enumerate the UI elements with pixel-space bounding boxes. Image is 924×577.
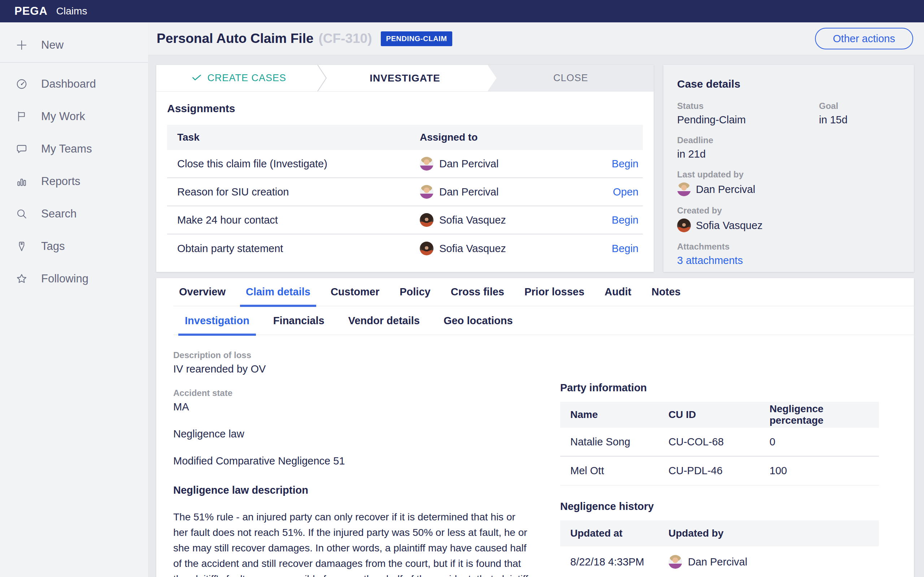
sidebar-item-my-work[interactable]: My Work [0, 100, 148, 133]
column-header-name: Name [560, 409, 669, 421]
subtab-geo-locations[interactable]: Geo locations [437, 315, 519, 335]
party-cu-id: CU-COL-68 [669, 436, 769, 448]
page-title: Personal Auto Claim File [157, 31, 313, 46]
assignment-row: Obtain party statement Sofia Vasquez Beg… [167, 234, 643, 263]
sidebar-item-label: Reports [41, 175, 81, 188]
column-header-assigned-to: Assigned to [410, 132, 589, 143]
assignments-table: Task Assigned to Close this claim file (… [167, 125, 643, 263]
flag-icon [15, 110, 28, 123]
stage-close[interactable]: CLOSE [488, 65, 654, 91]
column-header-updated-by: Updated by [669, 528, 879, 539]
subtab-financials[interactable]: Financials [267, 315, 331, 335]
investigation-panel: Description of loss IV rearended by OV A… [173, 335, 914, 577]
tab-policy[interactable]: Policy [394, 286, 436, 306]
search-icon [15, 207, 28, 220]
created-by-value: Sofia Vasquez [696, 220, 762, 232]
accident-state-value: MA [173, 401, 531, 413]
main-area: Personal Auto Claim File (CF-310) PENDIN… [148, 23, 924, 577]
pega-logo: PEGA [15, 5, 48, 18]
other-actions-button[interactable]: Other actions [815, 28, 913, 49]
description-of-loss-label: Description of loss [173, 350, 531, 360]
party-row: Natalie Song CU-COL-68 0 [560, 428, 879, 456]
negligence-history-section: Negligence history Updated at Updated by… [560, 501, 879, 577]
last-updated-by-label: Last updated by [677, 169, 819, 180]
stage-label: CLOSE [553, 73, 588, 84]
status-value: Pending-Claim [677, 114, 819, 126]
begin-link[interactable]: Begin [589, 158, 643, 170]
check-icon [192, 73, 201, 84]
case-details-heading: Case details [677, 78, 900, 90]
task-label: Reason for SIU creation [167, 186, 410, 198]
gauge-icon [15, 77, 28, 90]
begin-link[interactable]: Begin [589, 243, 643, 255]
subtab-vendor-details[interactable]: Vendor details [342, 315, 426, 335]
avatar [420, 242, 433, 255]
tab-customer[interactable]: Customer [325, 286, 385, 306]
stage-investigate[interactable]: INVESTIGATE [322, 65, 488, 91]
case-details-panel: Case details Status Pending-Claim Deadli… [663, 65, 914, 272]
avatar [677, 182, 691, 196]
chevron-separator-icon [317, 65, 327, 91]
negligence-law-description-heading: Negligence law description [173, 484, 531, 496]
subtab-investigation[interactable]: Investigation [178, 315, 256, 335]
main-tab-bar: Overview Claim details Customer Policy C… [173, 286, 914, 306]
sidebar-item-following[interactable]: Following [0, 263, 148, 295]
party-negligence: 0 [769, 436, 879, 448]
sidebar-item-label: Search [41, 207, 76, 220]
party-name: Natalie Song [560, 436, 669, 448]
negligence-law-label: Negligence law [173, 428, 531, 440]
task-label: Obtain party statement [167, 243, 410, 255]
assignment-row: Close this claim file (Investigate) Dan … [167, 150, 643, 178]
sidebar-item-tags[interactable]: Tags [0, 230, 148, 263]
created-by-label: Created by [677, 206, 819, 216]
attachments-link[interactable]: 3 attachments [677, 255, 743, 266]
assignee-name: Dan Percival [439, 186, 498, 198]
column-header-cu-id: CU ID [669, 409, 769, 421]
sidebar-item-label: New [41, 39, 63, 52]
open-link[interactable]: Open [589, 186, 643, 198]
avatar [669, 555, 682, 569]
column-header-task: Task [167, 132, 410, 143]
assignee-name: Sofia Vasquez [439, 214, 506, 226]
history-updated-at: 8/22/18 4:33PM [560, 556, 669, 568]
party-information-table: Name CU ID Negligence percentage Natalie… [560, 402, 879, 485]
tab-cross-files[interactable]: Cross files [445, 286, 510, 306]
assignments-heading: Assignments [167, 102, 643, 115]
description-of-loss-value: IV rearended by OV [173, 363, 531, 375]
column-header-negligence-percentage: Negligence percentage [769, 403, 879, 426]
history-updated-by: Dan Percival [688, 556, 747, 568]
assignment-row: Make 24 hour contact Sofia Vasquez Begin [167, 206, 643, 234]
begin-link[interactable]: Begin [589, 214, 643, 226]
assignments-table-header: Task Assigned to [167, 125, 643, 150]
sidebar-item-label: My Teams [41, 142, 92, 155]
stage-create-cases[interactable]: CREATE CASES [156, 65, 322, 91]
tab-notes[interactable]: Notes [646, 286, 687, 306]
status-badge: PENDING-CLAIM [381, 31, 452, 46]
goal-value: in 15d [819, 114, 900, 126]
plus-icon [15, 39, 28, 52]
product-name: Claims [56, 5, 87, 17]
case-title-bar: Personal Auto Claim File (CF-310) PENDIN… [148, 23, 924, 55]
app-root: PEGA Claims New Dashboard [0, 0, 924, 577]
assignment-row: Reason for SIU creation Dan Percival Ope… [167, 178, 643, 206]
sidebar-item-reports[interactable]: Reports [0, 165, 148, 198]
tab-prior-losses[interactable]: Prior losses [519, 286, 590, 306]
sidebar-item-my-teams[interactable]: My Teams [0, 133, 148, 165]
party-table-header: Name CU ID Negligence percentage [560, 402, 879, 428]
assignee-name: Sofia Vasquez [439, 243, 506, 255]
party-name: Mel Ott [560, 465, 669, 477]
bar-chart-icon [15, 175, 28, 188]
tab-overview[interactable]: Overview [173, 286, 231, 306]
sidebar-item-new[interactable]: New [0, 29, 148, 61]
sidebar-item-dashboard[interactable]: Dashboard [0, 68, 148, 100]
negligence-law-value: Modified Comparative Negligence 51 [173, 455, 531, 467]
party-negligence: 100 [769, 465, 879, 477]
tab-claim-details[interactable]: Claim details [240, 286, 316, 306]
sidebar-item-search[interactable]: Search [0, 198, 148, 230]
chat-bubble-icon [15, 142, 28, 155]
attachments-label: Attachments [677, 242, 819, 252]
history-row: 8/22/18 4:33PM Dan Percival [560, 546, 879, 577]
stage-label: CREATE CASES [207, 73, 286, 84]
goal-label: Goal [819, 101, 900, 111]
tab-audit[interactable]: Audit [599, 286, 637, 306]
